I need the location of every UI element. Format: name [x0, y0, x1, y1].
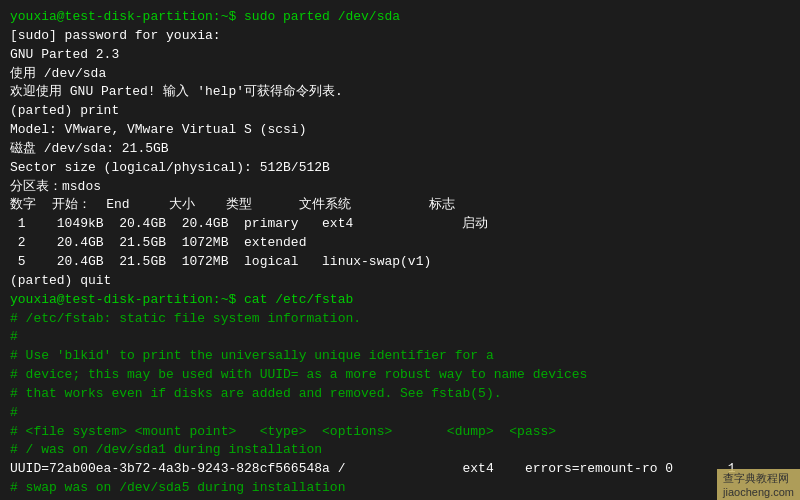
- terminal-line: UUID=72ab00ea-3b72-4a3b-9243-828cf566548…: [10, 460, 790, 479]
- terminal-line: # Use 'blkid' to print the universally u…: [10, 347, 790, 366]
- terminal-line: # that works even if disks are added and…: [10, 385, 790, 404]
- terminal-line: # device; this may be used with UUID= as…: [10, 366, 790, 385]
- terminal-line: # <file system> <mount point> <type> <op…: [10, 423, 790, 442]
- terminal-line: GNU Parted 2.3: [10, 46, 790, 65]
- terminal-line: Sector size (logical/physical): 512B/512…: [10, 159, 790, 178]
- terminal-line: 1 1049kB 20.4GB 20.4GB primary ext4 启动: [10, 215, 790, 234]
- terminal-line: 5 20.4GB 21.5GB 1072MB logical linux-swa…: [10, 253, 790, 272]
- terminal-line: #: [10, 328, 790, 347]
- terminal-line: 欢迎使用 GNU Parted! 输入 'help'可获得命令列表.: [10, 83, 790, 102]
- watermark: 查字典教程网jiaocheng.com: [717, 469, 800, 500]
- terminal-line: 使用 /dev/sda: [10, 65, 790, 84]
- terminal-line: youxia@test-disk-partition:~$ cat /etc/f…: [10, 291, 790, 310]
- terminal-line: [sudo] password for youxia:: [10, 27, 790, 46]
- terminal-line: # swap was on /dev/sda5 during installat…: [10, 479, 790, 498]
- terminal-line: (parted) print: [10, 102, 790, 121]
- terminal-line: 2 20.4GB 21.5GB 1072MB extended: [10, 234, 790, 253]
- terminal-line: #: [10, 404, 790, 423]
- terminal-line: # / was on /dev/sda1 during installation: [10, 441, 790, 460]
- terminal-line: Model: VMware, VMware Virtual S (scsi): [10, 121, 790, 140]
- terminal-line: # /etc/fstab: static file system informa…: [10, 310, 790, 329]
- terminal-line: 分区表：msdos: [10, 178, 790, 197]
- terminal-line: youxia@test-disk-partition:~$ sudo parte…: [10, 8, 790, 27]
- terminal-line: 磁盘 /dev/sda: 21.5GB: [10, 140, 790, 159]
- terminal: youxia@test-disk-partition:~$ sudo parte…: [0, 0, 800, 500]
- terminal-line: 数字 开始： End 大小 类型 文件系统 标志: [10, 196, 790, 215]
- terminal-line: (parted) quit: [10, 272, 790, 291]
